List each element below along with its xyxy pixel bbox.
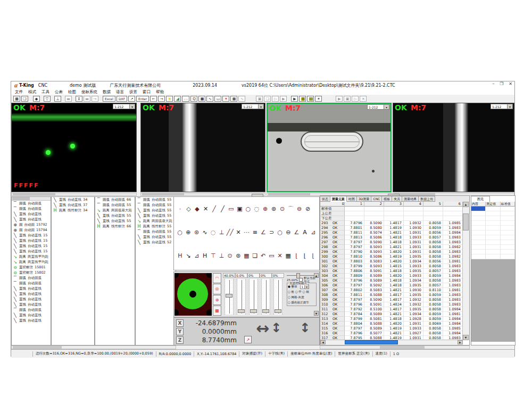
play-gray-button[interactable]: ▶ xyxy=(280,96,287,102)
redo-button[interactable]: → xyxy=(158,96,165,102)
light-mode-option[interactable]: ○ 网格-灰度 xyxy=(288,295,315,300)
measure-item[interactable]: ╲直线自动直线 xyxy=(12,211,51,217)
palette-tool-icon[interactable]: · xyxy=(177,205,184,212)
camera-scrollbar[interactable] xyxy=(11,193,137,196)
open-button[interactable]: ❏ xyxy=(21,96,28,102)
table-row[interactable]: 296OK7.88138.50861.48181.09330.80571.098… xyxy=(320,235,463,240)
tab-4[interactable]: 3D测量 xyxy=(357,196,371,202)
palette-tool-icon[interactable]: ⊙ xyxy=(227,252,234,259)
maximize-button[interactable]: ❐ xyxy=(500,81,503,86)
chevron-down-icon[interactable]: ▾ xyxy=(304,285,309,289)
light-channel-slider[interactable]: 0% xyxy=(260,273,272,316)
elements-row[interactable] xyxy=(471,221,515,226)
measure-item[interactable]: ╲直线自动直线15 xyxy=(12,238,51,243)
measure-item[interactable]: ⌒圆弧自动圆弧 xyxy=(12,206,51,211)
pause-button[interactable]: ▮▮ xyxy=(307,96,314,102)
measure-item[interactable]: ╲直线自动直线55 xyxy=(136,234,176,240)
measure-item[interactable]: ╲直线自动直线 xyxy=(12,291,51,297)
ring-segment-button[interactable]: ▦ xyxy=(213,306,221,316)
stage-down-button[interactable]: ▽ xyxy=(44,96,51,102)
slider-track[interactable] xyxy=(261,279,270,315)
menu-item[interactable]: 窗口 xyxy=(143,89,151,95)
table-row[interactable]: 313OK7.87998.50811.48181.09280.80591.098… xyxy=(320,317,463,322)
table-row[interactable]: 293OK7.87968.50901.48171.09320.80581.098… xyxy=(320,221,463,226)
palette-tool-icon[interactable]: ◇ xyxy=(185,205,192,212)
slider-thumb[interactable] xyxy=(238,309,245,313)
chevron-down-icon[interactable]: ▾ xyxy=(258,104,263,109)
measure-item[interactable]: ╲直线自动直线 xyxy=(12,302,51,307)
jog-z-icon[interactable]: ↕ xyxy=(300,320,310,335)
palette-tool-icon[interactable]: ⊕ xyxy=(262,205,269,212)
dash-button[interactable]: - - xyxy=(182,96,189,102)
ring-segment-button[interactable]: ◠ xyxy=(213,273,221,283)
ring-light-preview[interactable] xyxy=(174,273,212,316)
measure-item[interactable]: ╲直线自动直线34 xyxy=(52,197,94,202)
grid-button[interactable]: ▦ xyxy=(198,96,205,102)
light-channel-slider[interactable]: 0.0% xyxy=(235,273,247,316)
blank-button[interactable]: ▭ xyxy=(214,96,221,102)
measure-item[interactable]: ⌒圆弧自动圆弧 xyxy=(12,307,51,312)
palette-tool-icon[interactable]: ▦ xyxy=(243,252,250,259)
measure-item[interactable]: ⌒圆弧自动圆弧 xyxy=(12,281,51,286)
chevron-down-icon[interactable]: ▾ xyxy=(507,104,512,109)
slider-thumb[interactable] xyxy=(250,309,257,313)
measure-item[interactable]: ⊖直径标注15802 xyxy=(12,270,51,275)
palette-tool-icon[interactable]: ▣ xyxy=(236,205,243,212)
scroll-down-icon[interactable]: ▼ xyxy=(463,335,469,340)
profile-button[interactable]: ◢ xyxy=(174,96,181,102)
table-row[interactable]: 315OK7.87978.50891.48191.09330.80581.098… xyxy=(320,326,463,331)
tools-button[interactable]: ✶ xyxy=(315,96,322,102)
chevron-down-icon[interactable]: ▾ xyxy=(129,104,135,109)
undo-button[interactable]: ← xyxy=(150,96,157,102)
measure-item[interactable]: ⊖直径标注15801 xyxy=(12,265,51,270)
elements-row[interactable] xyxy=(471,245,515,250)
palette-tool-icon[interactable]: H xyxy=(177,252,184,259)
dxf-export-button[interactable]: DXF xyxy=(117,96,127,102)
palette-tool-icon[interactable]: A xyxy=(302,229,309,236)
light-channel-slider[interactable]: 0% xyxy=(272,273,284,316)
menu-item[interactable]: 公差 xyxy=(55,89,63,95)
measure-item[interactable]: ⌒圆弧自动圆弧 xyxy=(12,201,51,206)
master-brightness-slider[interactable] xyxy=(287,273,317,277)
scrollbar-thumb[interactable] xyxy=(345,340,398,344)
table-row[interactable]: 305OK7.87968.50891.48181.09340.80581.098… xyxy=(320,278,463,283)
palette-tool-icon[interactable]: ⊖ xyxy=(285,229,292,236)
table-row[interactable]: 312OK7.87848.50891.48211.09340.80591.098… xyxy=(320,312,463,317)
menu-item[interactable]: 模式 xyxy=(28,89,36,95)
open3-button[interactable]: ▷ xyxy=(352,96,359,102)
scroll-right-icon[interactable]: ▶ xyxy=(458,340,463,344)
light-button[interactable]: ☀ xyxy=(166,96,173,102)
polyline-button[interactable]: ↗ xyxy=(128,96,135,102)
chart-button[interactable]: ∿ xyxy=(238,96,245,102)
measure-item[interactable]: ╲直线自动直线55 xyxy=(136,208,176,213)
curve-button[interactable]: ∿ xyxy=(206,96,213,102)
measure-item[interactable]: ⌒圆弧自动圆弧55 xyxy=(136,229,176,234)
elements-row[interactable] xyxy=(471,235,515,240)
palette-tool-icon[interactable]: ⌊ xyxy=(293,252,300,259)
probe-button[interactable]: ◆ xyxy=(33,96,40,102)
measure-item[interactable]: ⌒圆弧自动圆弧66 xyxy=(95,197,135,202)
palette-tool-icon[interactable]: ⊥ xyxy=(218,229,225,236)
palette-tool-icon[interactable]: ⊙ xyxy=(279,205,286,212)
measure-item[interactable]: ╲直线自动直线55 xyxy=(95,213,135,218)
palette-tool-icon[interactable]: ○ xyxy=(245,205,252,212)
palette-tool-icon[interactable]: ⊛ xyxy=(270,205,277,212)
save-button[interactable]: ▦ xyxy=(13,96,20,102)
measure-item[interactable]: ╲直线自动直线52 xyxy=(136,240,176,245)
measure-item[interactable]: ↘距离两直线平均距 xyxy=(12,254,51,259)
elements-row[interactable] xyxy=(471,226,515,230)
table-row[interactable]: 307OK7.88028.50831.48211.09300.81101.098… xyxy=(320,288,463,293)
palette-tool-icon[interactable]: ⋯ xyxy=(243,229,250,236)
minimize-button[interactable]: – xyxy=(492,81,494,86)
tab-6[interactable]: 模板 xyxy=(382,196,392,202)
table-horizontal-scrollbar[interactable]: ◀ ▶ xyxy=(320,340,463,345)
palette-tool-icon[interactable]: ◆ xyxy=(194,205,201,212)
tab-1[interactable]: 状态 xyxy=(320,196,330,202)
measure-item[interactable]: ↘距离两直线平均距 xyxy=(12,259,51,265)
slider-track[interactable] xyxy=(225,279,234,315)
measure-item[interactable]: ↘距离两圆弧最大距 xyxy=(136,218,176,224)
ring-segment-button[interactable]: ◎ xyxy=(213,284,221,294)
cut-button[interactable]: ✕ xyxy=(360,96,367,102)
palette-tool-icon[interactable]: ⌊ xyxy=(302,252,309,259)
palette-tool-icon[interactable]: ◌ xyxy=(210,229,217,236)
